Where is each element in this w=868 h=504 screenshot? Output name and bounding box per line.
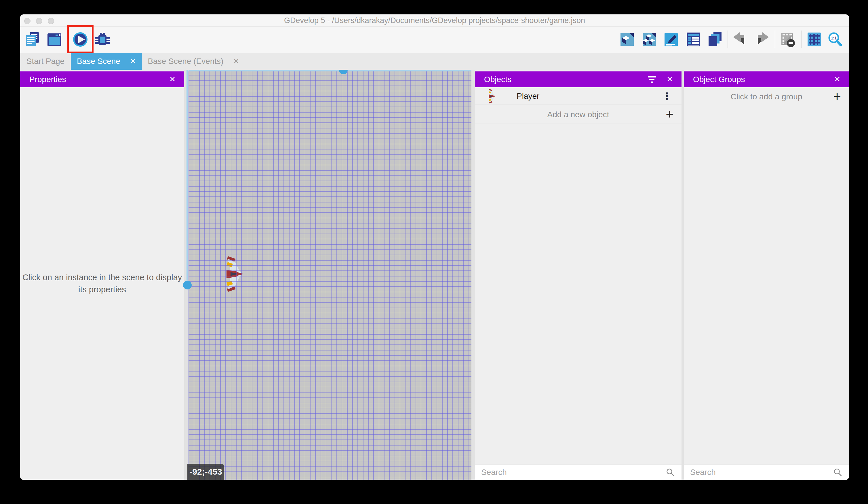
objects-search-input[interactable] bbox=[481, 465, 636, 480]
properties-panel-header: Properties ✕ bbox=[20, 71, 184, 87]
toolbar-separator bbox=[727, 31, 728, 48]
project-manager-icon bbox=[24, 31, 41, 48]
tab-label: Base Scene (Events) bbox=[148, 57, 223, 66]
tab-label: Base Scene bbox=[77, 57, 120, 66]
close-icon[interactable]: ✕ bbox=[666, 75, 673, 84]
vertical-scrollbar-thumb[interactable] bbox=[183, 281, 192, 290]
window-mask-icon bbox=[779, 31, 796, 48]
objects-panel: Objects ✕ Player ⋮ Add a new object + bbox=[475, 70, 682, 480]
add-group-row[interactable]: Click to add a group + bbox=[684, 87, 849, 106]
plus-icon[interactable]: + bbox=[666, 105, 673, 124]
search-icon bbox=[666, 468, 675, 477]
objects-search-bar bbox=[475, 464, 682, 480]
add-group-label: Click to add a group bbox=[684, 87, 849, 106]
player-object-thumbnail bbox=[486, 89, 496, 103]
horizontal-scrollbar[interactable] bbox=[188, 70, 472, 71]
close-icon[interactable]: ✕ bbox=[834, 75, 840, 84]
toggle-grid-button[interactable] bbox=[806, 31, 823, 48]
annotation-highlight-play-button bbox=[67, 26, 94, 53]
editor-content: Properties ✕ Click on an instance in the… bbox=[20, 70, 849, 480]
debug-bug-icon bbox=[94, 31, 111, 48]
open-layers-editor-button[interactable] bbox=[707, 31, 724, 48]
edit-properties-pencil-icon bbox=[663, 31, 679, 48]
vertical-scrollbar[interactable] bbox=[186, 70, 188, 285]
object-menu-kebab-icon[interactable]: ⋮ bbox=[662, 87, 672, 105]
undo-button[interactable] bbox=[732, 31, 748, 48]
zoom-1-1-icon: 1:1 bbox=[827, 31, 843, 48]
object-groups-panel: Object Groups ✕ Click to add a group + bbox=[684, 70, 849, 480]
title-bar: GDevelop 5 - /Users/dkarakay/Documents/G… bbox=[20, 14, 849, 27]
undo-icon bbox=[732, 31, 748, 48]
cursor-coordinates: -92;-453 bbox=[187, 464, 224, 480]
scene-canvas[interactable] bbox=[188, 70, 472, 480]
tab-start-page[interactable]: Start Page bbox=[20, 53, 71, 70]
toolbar-separator bbox=[775, 31, 775, 48]
close-icon[interactable]: ✕ bbox=[169, 75, 176, 84]
tab-close-icon[interactable]: ✕ bbox=[233, 57, 239, 65]
redo-icon bbox=[754, 31, 770, 48]
properties-empty-hint: Click on an instance in the scene to dis… bbox=[20, 271, 184, 295]
open-objects-editor-button[interactable] bbox=[619, 31, 636, 48]
object-groups-panel-header: Object Groups ✕ bbox=[684, 71, 849, 87]
project-manager-button[interactable] bbox=[24, 31, 41, 48]
search-icon bbox=[834, 468, 842, 477]
objects-editor-icon bbox=[619, 31, 635, 48]
tab-base-scene[interactable]: Base Scene ✕ bbox=[71, 53, 142, 70]
toolbar-separator bbox=[801, 31, 802, 48]
open-instances-list-button[interactable] bbox=[685, 31, 702, 48]
debugger-button[interactable] bbox=[94, 31, 111, 48]
layers-icon bbox=[707, 31, 723, 48]
grid-icon bbox=[806, 31, 822, 48]
window-title: GDevelop 5 - /Users/dkarakay/Documents/G… bbox=[20, 14, 849, 27]
svg-text:1:1: 1:1 bbox=[831, 36, 837, 40]
redo-button[interactable] bbox=[753, 31, 770, 48]
properties-panel-title: Properties bbox=[29, 75, 169, 84]
object-list-item-player[interactable]: Player ⋮ bbox=[475, 87, 682, 105]
scene-editor-button[interactable] bbox=[46, 31, 63, 48]
gdevelop-window: GDevelop 5 - /Users/dkarakay/Documents/G… bbox=[20, 14, 849, 480]
objects-panel-header: Objects ✕ bbox=[475, 71, 682, 87]
object-groups-icon bbox=[641, 31, 657, 48]
open-object-groups-editor-button[interactable] bbox=[641, 31, 658, 48]
object-name: Player bbox=[517, 87, 539, 105]
horizontal-scrollbar-thumb[interactable] bbox=[339, 70, 348, 74]
zoom-original-button[interactable]: 1:1 bbox=[827, 31, 844, 48]
scene-window-icon bbox=[46, 31, 62, 48]
open-scene-properties-button[interactable] bbox=[663, 31, 680, 48]
player-ship-sprite[interactable] bbox=[220, 256, 243, 292]
tab-base-scene-events[interactable]: Base Scene (Events) ✕ bbox=[142, 53, 245, 70]
screenshot-root: GDevelop 5 - /Users/dkarakay/Documents/G… bbox=[0, 0, 868, 504]
filter-icon[interactable] bbox=[648, 76, 656, 83]
objects-panel-title: Objects bbox=[484, 75, 648, 84]
editor-tab-bar: Start Page Base Scene ✕ Base Scene (Even… bbox=[20, 53, 849, 70]
properties-panel: Properties ✕ Click on an instance in the… bbox=[20, 70, 184, 480]
groups-search-bar bbox=[684, 464, 849, 480]
tab-close-icon[interactable]: ✕ bbox=[130, 57, 136, 65]
instances-list-icon bbox=[685, 31, 701, 48]
groups-search-input[interactable] bbox=[690, 465, 814, 480]
toggle-window-mask-button[interactable] bbox=[779, 31, 796, 48]
object-groups-panel-title: Object Groups bbox=[693, 75, 834, 84]
plus-icon[interactable]: + bbox=[833, 87, 841, 106]
tab-label: Start Page bbox=[27, 57, 64, 66]
add-object-label: Add a new object bbox=[475, 105, 682, 124]
main-toolbar: 1:1 bbox=[20, 27, 849, 53]
add-object-row[interactable]: Add a new object + bbox=[475, 105, 682, 124]
